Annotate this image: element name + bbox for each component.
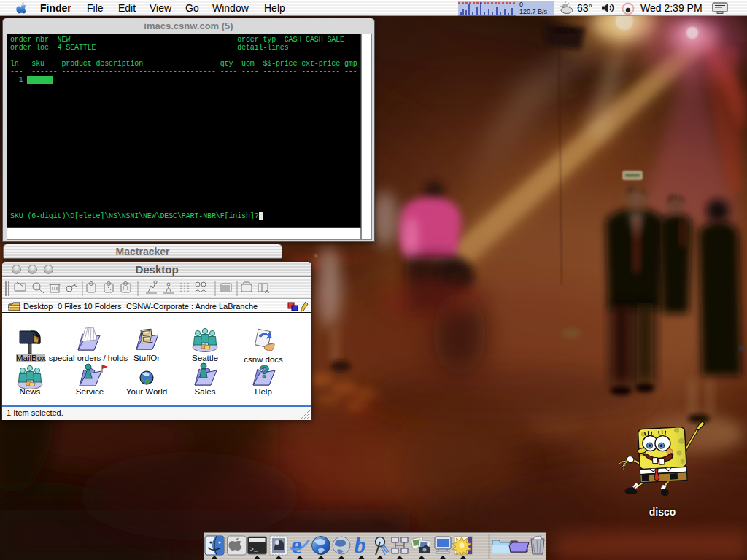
svg-text:0: 0 [519,1,523,8]
svg-text:120.7 B/s: 120.7 B/s [519,8,548,15]
svg-text:>_: >_ [250,546,258,553]
svg-text:?: ? [259,362,270,381]
svg-text:e: e [291,533,302,559]
svg-text:b: b [355,533,366,558]
